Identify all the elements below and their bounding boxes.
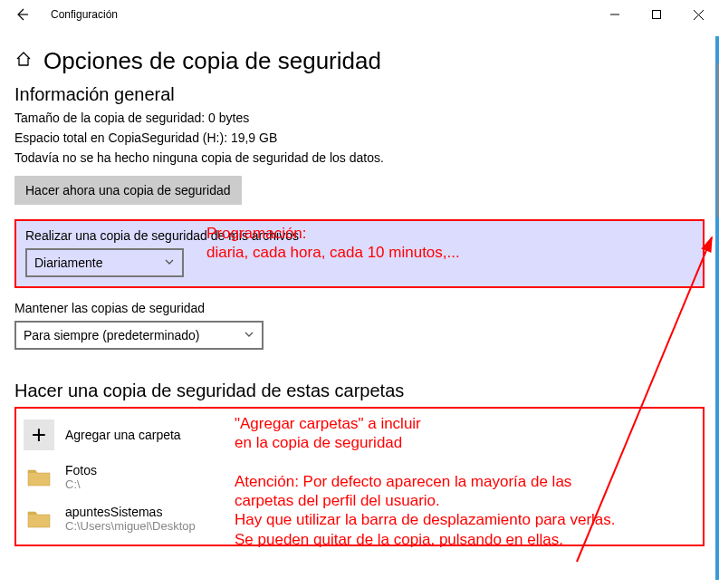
folder-icon <box>24 503 54 534</box>
folder-name: Fotos <box>65 463 97 477</box>
backup-size-line: Tamaño de la copia de seguridad: 0 bytes <box>14 111 705 125</box>
minimize-button[interactable] <box>594 0 636 29</box>
keep-combobox[interactable]: Para siempre (predeterminado) <box>14 321 264 350</box>
titlebar: Configuración <box>0 0 719 29</box>
total-space-line: Espacio total en CopiaSeguridad (H:): 19… <box>14 130 705 145</box>
folder-path: C:\Users\miguel\Desktop <box>65 519 196 533</box>
annotation-folders: "Agregar carpetas" a incluir en la copia… <box>235 414 714 549</box>
maximize-button[interactable] <box>636 0 677 29</box>
chevron-down-icon <box>164 256 175 270</box>
schedule-combobox[interactable]: Diariamente <box>25 248 184 277</box>
folder-icon <box>24 461 54 492</box>
plus-icon: + <box>24 419 54 450</box>
schedule-selected: Diariamente <box>34 255 102 270</box>
folders-title: Hacer una copia de seguridad de estas ca… <box>14 381 705 401</box>
chevron-down-icon <box>244 329 254 342</box>
add-folder-label: Agregar una carpeta <box>65 428 181 442</box>
backup-now-button[interactable]: Hacer ahora una copia de seguridad <box>14 176 242 205</box>
overview-title: Información general <box>14 84 705 105</box>
keep-label: Mantener las copias de seguridad <box>14 301 705 315</box>
folder-path: C:\ <box>65 477 97 491</box>
keep-backups-section: Mantener las copias de seguridad Para si… <box>14 301 705 350</box>
back-button[interactable] <box>7 0 36 29</box>
folder-name: apuntesSistemas <box>65 505 196 519</box>
backup-status-line: Todavía no se ha hecho ninguna copia de … <box>14 150 705 165</box>
keep-selected: Para siempre (predeterminado) <box>24 328 200 342</box>
schedule-box: Realizar una copia de seguridad de mis a… <box>14 219 705 288</box>
close-button[interactable] <box>677 0 719 29</box>
page-title: Opciones de copia de seguridad <box>43 47 381 75</box>
home-icon[interactable] <box>14 50 33 72</box>
annotation-schedule: Programación: diaria, cada hora, cada 10… <box>206 224 460 263</box>
svg-rect-1 <box>653 11 661 19</box>
folders-box: + Agregar una carpeta Fotos C:\ apuntesS… <box>14 407 705 546</box>
app-title: Configuración <box>36 8 118 21</box>
